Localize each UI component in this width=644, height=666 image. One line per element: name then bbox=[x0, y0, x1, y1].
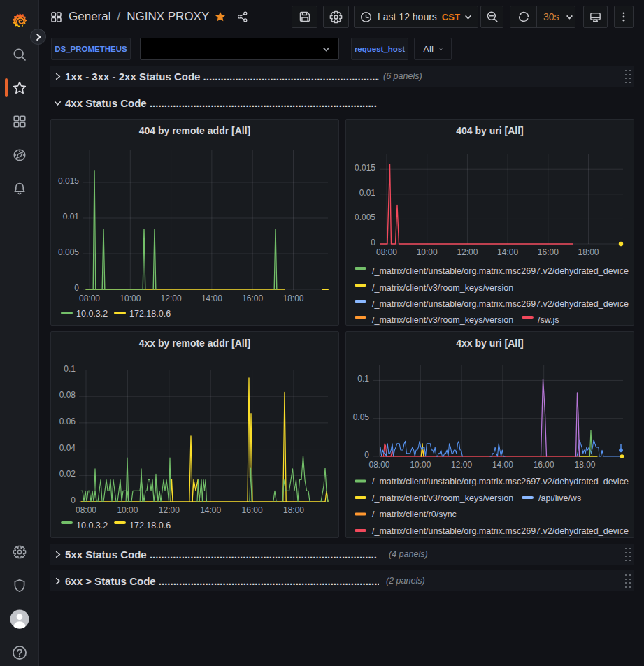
svg-text:10:00: 10:00 bbox=[417, 247, 438, 257]
svg-text:10.0.3.2: 10.0.3.2 bbox=[76, 309, 108, 319]
svg-text:08:00: 08:00 bbox=[376, 247, 397, 257]
svg-text:08:00: 08:00 bbox=[79, 294, 100, 303]
svg-text:12:00: 12:00 bbox=[457, 247, 478, 257]
svg-text:/_matrix/client/r0/sync: /_matrix/client/r0/sync bbox=[372, 509, 457, 519]
svg-text:16:00: 16:00 bbox=[534, 460, 554, 470]
svg-text:0.005: 0.005 bbox=[58, 247, 79, 257]
svg-text:0.015: 0.015 bbox=[355, 163, 375, 173]
svg-text:08:00: 08:00 bbox=[368, 460, 389, 470]
svg-text:0: 0 bbox=[364, 450, 369, 460]
svg-text:10:00: 10:00 bbox=[120, 294, 141, 303]
svg-text:0.08: 0.08 bbox=[59, 390, 76, 400]
svg-text:16:00: 16:00 bbox=[538, 247, 559, 257]
svg-text:/_matrix/client/unstable/org.m: /_matrix/client/unstable/org.matrix.msc2… bbox=[372, 477, 629, 486]
svg-text:0: 0 bbox=[71, 495, 76, 505]
svg-text:0.005: 0.005 bbox=[355, 212, 375, 222]
svg-text:10:00: 10:00 bbox=[117, 505, 138, 515]
svg-text:18:00: 18:00 bbox=[282, 294, 303, 303]
svg-text:0.01: 0.01 bbox=[63, 212, 80, 222]
svg-text:0.1: 0.1 bbox=[64, 364, 76, 374]
svg-text:10:00: 10:00 bbox=[410, 460, 431, 470]
svg-text:172.18.0.6: 172.18.0.6 bbox=[129, 309, 171, 319]
svg-text:172.18.0.6: 172.18.0.6 bbox=[129, 521, 171, 530]
svg-text:/_matrix/client/unstable/org.m: /_matrix/client/unstable/org.matrix.msc2… bbox=[372, 526, 629, 536]
svg-text:12:00: 12:00 bbox=[159, 505, 180, 515]
svg-text:14:00: 14:00 bbox=[497, 247, 518, 257]
svg-text:/_matrix/client/v3/room_keys/v: /_matrix/client/v3/room_keys/version bbox=[372, 283, 513, 293]
svg-text:/sw.js: /sw.js bbox=[538, 315, 559, 325]
svg-text:18:00: 18:00 bbox=[283, 505, 304, 515]
svg-text:0.1: 0.1 bbox=[357, 374, 369, 384]
svg-text:08:00: 08:00 bbox=[76, 505, 96, 515]
svg-text:0.06: 0.06 bbox=[59, 417, 76, 426]
svg-text:0.05: 0.05 bbox=[353, 412, 370, 422]
svg-text:18:00: 18:00 bbox=[578, 247, 599, 257]
svg-text:0.04: 0.04 bbox=[59, 443, 76, 453]
svg-text:0.02: 0.02 bbox=[59, 469, 76, 479]
svg-text:14:00: 14:00 bbox=[200, 505, 221, 515]
svg-text:18:00: 18:00 bbox=[574, 460, 595, 470]
svg-text:12:00: 12:00 bbox=[451, 460, 472, 470]
svg-text:/_matrix/client/v3/room_keys/v: /_matrix/client/v3/room_keys/version bbox=[372, 493, 513, 503]
svg-text:12:00: 12:00 bbox=[161, 294, 182, 303]
svg-text:/_matrix/client/unstable/org.m: /_matrix/client/unstable/org.matrix.msc2… bbox=[372, 266, 629, 276]
svg-text:10.0.3.2: 10.0.3.2 bbox=[76, 521, 108, 530]
svg-text:14:00: 14:00 bbox=[201, 294, 222, 303]
svg-text:0: 0 bbox=[74, 283, 79, 293]
svg-text:0.015: 0.015 bbox=[58, 176, 79, 186]
svg-text:0: 0 bbox=[371, 238, 375, 247]
svg-text:/_matrix/client/v3/room_keys/v: /_matrix/client/v3/room_keys/version bbox=[372, 315, 513, 325]
svg-text:16:00: 16:00 bbox=[242, 294, 263, 303]
svg-text:14:00: 14:00 bbox=[492, 460, 513, 470]
svg-text:/_matrix/client/unstable/org.m: /_matrix/client/unstable/org.matrix.msc2… bbox=[372, 299, 629, 309]
svg-text:/api/live/ws: /api/live/ws bbox=[538, 493, 581, 503]
svg-text:16:00: 16:00 bbox=[242, 505, 263, 515]
svg-text:0.01: 0.01 bbox=[359, 188, 376, 198]
